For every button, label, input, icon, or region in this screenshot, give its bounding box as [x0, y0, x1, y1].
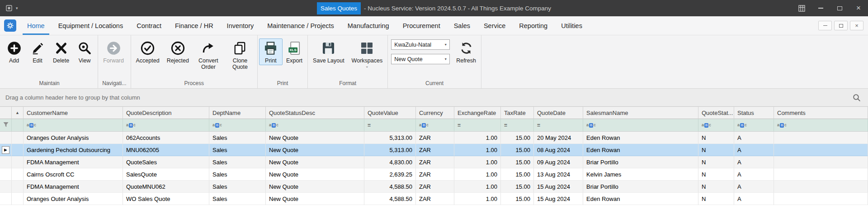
cell-taxrate[interactable]: 15.00	[501, 193, 534, 205]
chevron-down-icon[interactable]: ▾	[442, 54, 449, 64]
cell-taxrate[interactable]: 15.00	[501, 144, 534, 156]
cell-status[interactable]: A	[734, 132, 774, 144]
column-header-quotestat[interactable]: QuoteStat...	[698, 107, 734, 119]
row-expand-cell[interactable]	[12, 168, 24, 181]
cell-currency[interactable]: ZAR	[416, 193, 454, 205]
export-button[interactable]: XLSExport	[283, 38, 306, 65]
tab-sales[interactable]: Sales	[447, 16, 477, 35]
filter-cell-deptname[interactable]: aBc	[209, 119, 266, 132]
column-header-salesmanname[interactable]: SalesmanName	[583, 107, 698, 119]
filter-cell-quotedescription[interactable]: aBc	[123, 119, 209, 132]
filter-cell-salesmanname[interactable]: aBc	[583, 119, 698, 132]
cell-salesmanname[interactable]: Eden Rowan	[583, 132, 698, 144]
cell-quotedescription[interactable]: WO Sales Quote	[123, 193, 209, 205]
chevron-down-icon[interactable]: ▾	[442, 40, 449, 49]
cell-exchangerate[interactable]: 1.00	[454, 156, 501, 168]
cell-quotestat[interactable]: N	[698, 168, 734, 181]
table-row[interactable]: FDMA ManagementQuoteSalesSalesNew Quote4…	[0, 156, 868, 168]
cell-salesmanname[interactable]: Eden Rowan	[583, 193, 698, 205]
convert-order-button[interactable]: Convert Order	[193, 38, 224, 72]
cell-quotedate[interactable]: 13 Aug 2024	[534, 168, 583, 181]
column-header-quotestatusdesc[interactable]: QuoteStatusDesc	[266, 107, 364, 119]
cell-taxrate[interactable]: 15.00	[501, 181, 534, 193]
filter-indicator-cell[interactable]	[0, 119, 12, 132]
cell-deptname[interactable]: Sales	[209, 156, 266, 168]
search-icon[interactable]	[851, 92, 863, 104]
cell-taxrate[interactable]: 15.00	[501, 132, 534, 144]
cell-quotestatusdesc[interactable]: New Quote	[266, 156, 364, 168]
tab-manufacturing[interactable]: Manufacturing	[341, 16, 396, 35]
close-button[interactable]: ×	[849, 0, 868, 16]
cell-customername[interactable]: Oranges Outer Analysis	[24, 193, 123, 205]
cell-quotestat[interactable]: N	[698, 144, 734, 156]
cell-status[interactable]: A	[734, 168, 774, 181]
accepted-button[interactable]: Accepted	[132, 38, 163, 65]
child-close-button[interactable]: ×	[850, 21, 863, 30]
cell-exchangerate[interactable]: 1.00	[454, 132, 501, 144]
row-expand-cell[interactable]	[12, 156, 24, 168]
cell-quotedate[interactable]: 15 Aug 2024	[534, 181, 583, 193]
cell-quotevalue[interactable]: 5,313.00	[364, 132, 416, 144]
cell-quotedescription[interactable]: SalesQuote	[123, 168, 209, 181]
tab-equipment-locations[interactable]: Equipment / Locations	[52, 16, 130, 35]
edit-button[interactable]: Edit	[26, 38, 49, 65]
cell-currency[interactable]: ZAR	[416, 156, 454, 168]
workspaces-button[interactable]: Workspaces⌄	[348, 38, 387, 69]
column-header-quotedescription[interactable]: QuoteDescription	[123, 107, 209, 119]
chevron-down-icon[interactable]: ▾	[16, 6, 18, 10]
tab-maintenance-projects[interactable]: Maintenance / Projects	[260, 16, 341, 35]
cell-customername[interactable]: FDMA Management	[24, 156, 123, 168]
tab-home[interactable]: Home	[20, 16, 52, 35]
column-header-comments[interactable]: Comments	[774, 107, 868, 119]
cell-quotedescription[interactable]: MNU062005	[123, 144, 209, 156]
cell-quotedescription[interactable]: QuoteSales	[123, 156, 209, 168]
cell-quotedate[interactable]: 09 Aug 2024	[534, 156, 583, 168]
tab-service[interactable]: Service	[477, 16, 512, 35]
cell-status[interactable]: A	[734, 144, 774, 156]
cell-quotestatusdesc[interactable]: New Quote	[266, 132, 364, 144]
column-header-status[interactable]: Status	[734, 107, 774, 119]
sort-indicator-cell[interactable]: ▲	[12, 107, 24, 119]
cell-quotestatusdesc[interactable]: New Quote	[266, 181, 364, 193]
refresh-button[interactable]: Refresh	[453, 38, 480, 65]
filter-cell-quotedate[interactable]: =	[534, 119, 583, 132]
table-row[interactable]: Oranges Outer Analysis062AccountsSalesNe…	[0, 132, 868, 144]
column-header-quotedate[interactable]: QuoteDate	[534, 107, 583, 119]
column-header-taxrate[interactable]: TaxRate	[501, 107, 534, 119]
column-header-customername[interactable]: CustomerName	[24, 107, 123, 119]
column-header-exchangerate[interactable]: ExchangeRate	[454, 107, 501, 119]
filter-cell-exchangerate[interactable]: =	[454, 119, 501, 132]
cell-customername[interactable]: Oranges Outer Analysis	[24, 132, 123, 144]
cell-quotedate[interactable]: 20 May 2024	[534, 132, 583, 144]
cell-customername[interactable]: FDMA Management	[24, 181, 123, 193]
filter-cell-quotestatusdesc[interactable]: aBc	[266, 119, 364, 132]
add-button[interactable]: Add	[2, 38, 26, 65]
cell-salesmanname[interactable]: Briar Portillo	[583, 156, 698, 168]
region-select[interactable]: KwaZulu-Natal▾	[391, 39, 450, 50]
cell-comments[interactable]	[774, 156, 868, 168]
row-expand-cell[interactable]	[12, 193, 24, 205]
app-menu-icon[interactable]	[5, 5, 13, 12]
cell-status[interactable]: A	[734, 156, 774, 168]
filter-cell-taxrate[interactable]: =	[501, 119, 534, 132]
cell-currency[interactable]: ZAR	[416, 132, 454, 144]
cell-quotestatusdesc[interactable]: New Quote	[266, 144, 364, 156]
tab-finance-hr[interactable]: Finance / HR	[168, 16, 220, 35]
cell-currency[interactable]: ZAR	[416, 144, 454, 156]
cell-exchangerate[interactable]: 1.00	[454, 144, 501, 156]
group-by-panel[interactable]: Drag a column header here to group by th…	[0, 89, 868, 107]
cell-comments[interactable]	[774, 132, 868, 144]
filter-cell-currency[interactable]: aBc	[416, 119, 454, 132]
view-button[interactable]: View	[73, 38, 96, 65]
row-expand-cell[interactable]	[12, 181, 24, 193]
filter-cell-status[interactable]: aBc	[734, 119, 774, 132]
cell-deptname[interactable]: Sales	[209, 193, 266, 205]
cell-quotedate[interactable]: 15 Aug 2024	[534, 193, 583, 205]
child-restore-button[interactable]	[834, 21, 848, 30]
column-header-currency[interactable]: Currency	[416, 107, 454, 119]
cell-taxrate[interactable]: 15.00	[501, 168, 534, 181]
clone-quote-button[interactable]: Clone Quote	[224, 38, 256, 72]
filter-cell-customername[interactable]: aBc	[24, 119, 123, 132]
cell-customername[interactable]: Gardening Pechold Outsourcing	[24, 144, 123, 156]
cell-status[interactable]: A	[734, 193, 774, 205]
